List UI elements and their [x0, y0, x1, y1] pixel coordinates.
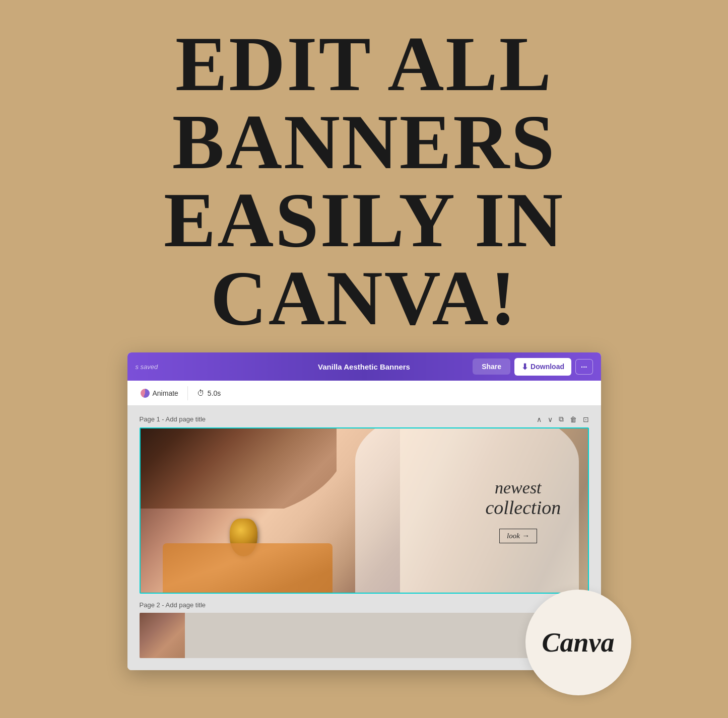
- duplicate-icon[interactable]: ⧉: [559, 415, 564, 423]
- page2-preview: [140, 613, 589, 658]
- page2-label: Page 2 - Add page title: [140, 601, 206, 609]
- download-arrow-icon: ⬇: [521, 362, 528, 372]
- download-button[interactable]: ⬇ Download: [514, 358, 571, 376]
- duration-button[interactable]: ⏱ 5.0s: [192, 386, 226, 400]
- banner-text-overlay: newest collection look →: [475, 478, 561, 543]
- fabric-area: [163, 543, 333, 593]
- download-label: Download: [531, 363, 564, 371]
- expand-icon[interactable]: ⊡: [583, 415, 589, 423]
- page-background: Edit All Banners Easily in Canva! s save…: [0, 0, 728, 718]
- look-button[interactable]: look →: [499, 529, 537, 543]
- banner-page1[interactable]: newest collection look →: [140, 427, 589, 594]
- share-button[interactable]: Share: [473, 358, 510, 375]
- canva-topbar: s saved Vanilla Aesthetic Banners Share …: [127, 352, 601, 381]
- headline: Edit All Banners Easily in Canva!: [0, 0, 728, 352]
- headline-line1: Edit All Banners: [40, 25, 688, 181]
- headline-line2: Easily in Canva!: [40, 181, 688, 337]
- topbar-project-title: Vanilla Aesthetic Banners: [318, 363, 410, 371]
- canva-toolbar: Animate ⏱ 5.0s: [127, 381, 601, 406]
- topbar-saved-label: s saved: [136, 363, 158, 371]
- animate-label: Animate: [153, 389, 178, 397]
- more-options-button[interactable]: ···: [575, 359, 593, 375]
- page1-label: Page 1 - Add page title: [140, 415, 206, 423]
- trash-icon[interactable]: 🗑: [570, 415, 577, 423]
- down-arrow-icon[interactable]: ∨: [548, 415, 553, 423]
- page1-controls: ∧ ∨ ⧉ 🗑 ⊡: [537, 415, 589, 423]
- newest-text: newest: [475, 478, 561, 497]
- page2-label-row: Page 2 - Add page title ∧: [140, 601, 589, 609]
- up-arrow-icon[interactable]: ∧: [537, 415, 542, 423]
- animate-button[interactable]: Animate: [136, 386, 183, 401]
- clock-icon: ⏱: [197, 389, 205, 397]
- canva-screenshot-wrapper: s saved Vanilla Aesthetic Banners Share …: [127, 352, 601, 670]
- look-label: look →: [507, 532, 530, 540]
- page2-image-stub: [140, 613, 185, 658]
- canva-badge: Canva: [525, 590, 631, 695]
- collection-text: collection: [485, 497, 561, 519]
- duration-label: 5.0s: [208, 389, 221, 397]
- canva-badge-text: Canva: [542, 627, 614, 658]
- page1-label-row: Page 1 - Add page title ∧ ∨ ⧉ 🗑 ⊡: [140, 415, 589, 423]
- hair-area: [140, 427, 337, 509]
- animate-icon: [141, 389, 150, 398]
- topbar-actions: Share ⬇ Download ···: [473, 358, 592, 376]
- toolbar-divider: [187, 386, 188, 400]
